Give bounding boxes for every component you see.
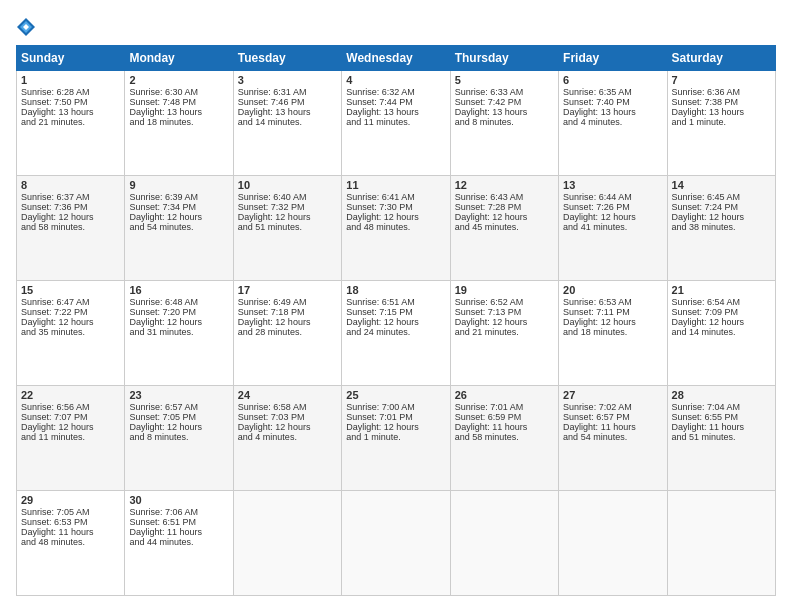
day-number: 22 [21,389,120,401]
sunset: Sunset: 7:36 PM [21,202,88,212]
day-number: 6 [563,74,662,86]
daylight-label: Daylight: 12 hoursand 51 minutes. [238,212,311,232]
sunset: Sunset: 7:01 PM [346,412,413,422]
daylight-label: Daylight: 12 hoursand 21 minutes. [455,317,528,337]
week-row-2: 8Sunrise: 6:37 AMSunset: 7:36 PMDaylight… [17,176,776,281]
sunset: Sunset: 7:26 PM [563,202,630,212]
day-cell: 30Sunrise: 7:06 AMSunset: 6:51 PMDayligh… [125,491,233,596]
sunrise: Sunrise: 7:00 AM [346,402,415,412]
sunrise: Sunrise: 7:02 AM [563,402,632,412]
sunset: Sunset: 7:40 PM [563,97,630,107]
day-number: 13 [563,179,662,191]
sunrise: Sunrise: 6:39 AM [129,192,198,202]
sunset: Sunset: 7:38 PM [672,97,739,107]
daylight-label: Daylight: 11 hoursand 44 minutes. [129,527,202,547]
daylight-label: Daylight: 11 hoursand 51 minutes. [672,422,745,442]
day-number: 19 [455,284,554,296]
daylight-label: Daylight: 12 hoursand 8 minutes. [129,422,202,442]
day-cell: 12Sunrise: 6:43 AMSunset: 7:28 PMDayligh… [450,176,558,281]
day-cell: 6Sunrise: 6:35 AMSunset: 7:40 PMDaylight… [559,71,667,176]
day-number: 29 [21,494,120,506]
sunset: Sunset: 7:28 PM [455,202,522,212]
week-row-3: 15Sunrise: 6:47 AMSunset: 7:22 PMDayligh… [17,281,776,386]
weekday-header-tuesday: Tuesday [233,46,341,71]
sunrise: Sunrise: 7:05 AM [21,507,90,517]
sunrise: Sunrise: 6:48 AM [129,297,198,307]
day-cell: 7Sunrise: 6:36 AMSunset: 7:38 PMDaylight… [667,71,775,176]
sunrise: Sunrise: 6:44 AM [563,192,632,202]
day-number: 4 [346,74,445,86]
sunset: Sunset: 7:07 PM [21,412,88,422]
day-cell: 11Sunrise: 6:41 AMSunset: 7:30 PMDayligh… [342,176,450,281]
day-cell: 8Sunrise: 6:37 AMSunset: 7:36 PMDaylight… [17,176,125,281]
sunrise: Sunrise: 6:58 AM [238,402,307,412]
daylight-label: Daylight: 11 hoursand 54 minutes. [563,422,636,442]
day-number: 9 [129,179,228,191]
day-cell: 24Sunrise: 6:58 AMSunset: 7:03 PMDayligh… [233,386,341,491]
day-number: 26 [455,389,554,401]
day-cell [233,491,341,596]
daylight-label: Daylight: 11 hoursand 48 minutes. [21,527,94,547]
sunrise: Sunrise: 6:57 AM [129,402,198,412]
sunrise: Sunrise: 6:36 AM [672,87,741,97]
sunrise: Sunrise: 6:56 AM [21,402,90,412]
day-number: 12 [455,179,554,191]
day-cell: 22Sunrise: 6:56 AMSunset: 7:07 PMDayligh… [17,386,125,491]
day-number: 16 [129,284,228,296]
day-cell: 28Sunrise: 7:04 AMSunset: 6:55 PMDayligh… [667,386,775,491]
daylight-label: Daylight: 11 hoursand 58 minutes. [455,422,528,442]
sunrise: Sunrise: 6:47 AM [21,297,90,307]
daylight-label: Daylight: 12 hoursand 38 minutes. [672,212,745,232]
day-number: 17 [238,284,337,296]
weekday-header-sunday: Sunday [17,46,125,71]
sunrise: Sunrise: 6:31 AM [238,87,307,97]
day-number: 30 [129,494,228,506]
sunrise: Sunrise: 6:28 AM [21,87,90,97]
daylight-label: Daylight: 13 hoursand 11 minutes. [346,107,419,127]
day-number: 7 [672,74,771,86]
day-cell: 26Sunrise: 7:01 AMSunset: 6:59 PMDayligh… [450,386,558,491]
daylight-label: Daylight: 12 hoursand 58 minutes. [21,212,94,232]
sunset: Sunset: 7:13 PM [455,307,522,317]
day-number: 25 [346,389,445,401]
logo [16,16,40,37]
sunrise: Sunrise: 6:49 AM [238,297,307,307]
day-number: 24 [238,389,337,401]
day-cell: 20Sunrise: 6:53 AMSunset: 7:11 PMDayligh… [559,281,667,386]
day-number: 1 [21,74,120,86]
sunset: Sunset: 7:44 PM [346,97,413,107]
weekday-header-saturday: Saturday [667,46,775,71]
sunrise: Sunrise: 6:45 AM [672,192,741,202]
sunrise: Sunrise: 6:52 AM [455,297,524,307]
day-number: 10 [238,179,337,191]
day-cell: 10Sunrise: 6:40 AMSunset: 7:32 PMDayligh… [233,176,341,281]
sunrise: Sunrise: 7:01 AM [455,402,524,412]
day-number: 5 [455,74,554,86]
day-cell: 2Sunrise: 6:30 AMSunset: 7:48 PMDaylight… [125,71,233,176]
sunset: Sunset: 6:57 PM [563,412,630,422]
sunrise: Sunrise: 6:35 AM [563,87,632,97]
sunrise: Sunrise: 6:37 AM [21,192,90,202]
sunset: Sunset: 7:48 PM [129,97,196,107]
sunrise: Sunrise: 6:30 AM [129,87,198,97]
day-number: 11 [346,179,445,191]
sunset: Sunset: 7:18 PM [238,307,305,317]
sunrise: Sunrise: 6:32 AM [346,87,415,97]
daylight-label: Daylight: 12 hoursand 18 minutes. [563,317,636,337]
calendar-table: SundayMondayTuesdayWednesdayThursdayFrid… [16,45,776,596]
sunset: Sunset: 6:59 PM [455,412,522,422]
daylight-label: Daylight: 13 hoursand 21 minutes. [21,107,94,127]
day-cell: 13Sunrise: 6:44 AMSunset: 7:26 PMDayligh… [559,176,667,281]
daylight-label: Daylight: 12 hoursand 11 minutes. [21,422,94,442]
daylight-label: Daylight: 12 hoursand 54 minutes. [129,212,202,232]
day-number: 23 [129,389,228,401]
weekday-header-thursday: Thursday [450,46,558,71]
day-cell: 23Sunrise: 6:57 AMSunset: 7:05 PMDayligh… [125,386,233,491]
day-cell: 3Sunrise: 6:31 AMSunset: 7:46 PMDaylight… [233,71,341,176]
week-row-4: 22Sunrise: 6:56 AMSunset: 7:07 PMDayligh… [17,386,776,491]
sunset: Sunset: 7:32 PM [238,202,305,212]
day-cell: 1Sunrise: 6:28 AMSunset: 7:50 PMDaylight… [17,71,125,176]
day-number: 2 [129,74,228,86]
sunset: Sunset: 7:11 PM [563,307,630,317]
weekday-header-monday: Monday [125,46,233,71]
